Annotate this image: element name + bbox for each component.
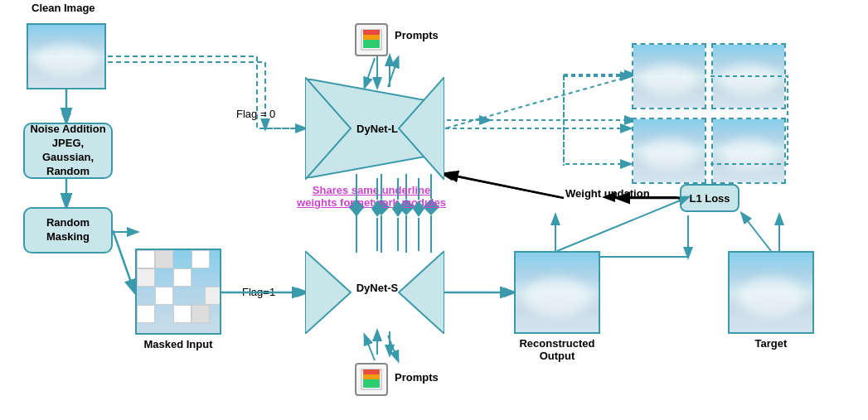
output4-sky — [713, 119, 784, 182]
masked-input — [135, 249, 221, 335]
output1-sky — [633, 45, 705, 108]
target-sky — [730, 253, 812, 332]
clean-image — [27, 23, 106, 89]
svg-marker-45 — [399, 251, 444, 334]
reconstructed-output-label: Reconstructed Output — [507, 337, 607, 362]
target-image — [728, 251, 814, 334]
svg-line-61 — [365, 336, 375, 360]
noise-addition-label: Noise AdditionJPEG, Gaussian,Random — [25, 123, 111, 179]
dynet-l-bowtie — [305, 77, 444, 180]
dynet-l-output4 — [711, 118, 786, 184]
dynet-l-output3 — [632, 118, 706, 184]
l1-loss-label: L1 Loss — [689, 192, 730, 205]
svg-line-56 — [742, 214, 771, 251]
svg-rect-36 — [363, 40, 380, 48]
masked-input-label: Masked Input — [135, 338, 221, 350]
svg-rect-47 — [363, 379, 380, 388]
noise-addition-box: Noise AdditionJPEG, Gaussian,Random — [23, 123, 113, 179]
weight-updation-label: Weight updation — [565, 187, 650, 200]
svg-marker-43 — [399, 77, 444, 180]
flag1-label: Flag=1 — [242, 286, 275, 298]
svg-rect-48 — [363, 374, 380, 379]
svg-marker-42 — [305, 77, 351, 180]
svg-marker-44 — [305, 251, 351, 334]
svg-line-55 — [557, 197, 688, 251]
shares-label: Shares same underlineweights for network… — [297, 184, 446, 209]
svg-rect-38 — [363, 30, 380, 35]
prompts-bottom-label: Prompts — [395, 371, 439, 384]
random-masking-label: RandomMasking — [46, 216, 90, 244]
dynet-l-output2 — [711, 43, 786, 109]
dynet-l-output1 — [632, 43, 706, 109]
prompts-top-icon — [355, 23, 388, 56]
shares-text: Shares same underlineweights for network… — [297, 184, 446, 209]
svg-rect-49 — [363, 369, 380, 374]
svg-line-18 — [444, 174, 560, 197]
random-masking-box: RandomMasking — [23, 207, 113, 253]
prompts-top-label: Prompts — [395, 29, 439, 41]
svg-line-52 — [113, 230, 134, 292]
l1-loss-box: L1 Loss — [680, 184, 739, 212]
clean-image-sky — [28, 25, 104, 88]
prompts-bottom-icon — [355, 363, 388, 396]
clean-image-label: Clean Image — [32, 2, 95, 14]
svg-line-58 — [446, 174, 564, 198]
svg-rect-37 — [363, 35, 380, 40]
masked-img-bg — [137, 250, 220, 333]
reconstructed-sky — [516, 253, 599, 332]
svg-line-62 — [388, 336, 398, 360]
reconstructed-output — [514, 251, 600, 334]
target-label: Target — [746, 337, 796, 350]
dynet-s-bowtie — [305, 251, 444, 334]
output2-sky — [713, 45, 784, 108]
output3-sky — [633, 119, 705, 182]
flag0-label: Flag = 0 — [236, 108, 275, 120]
